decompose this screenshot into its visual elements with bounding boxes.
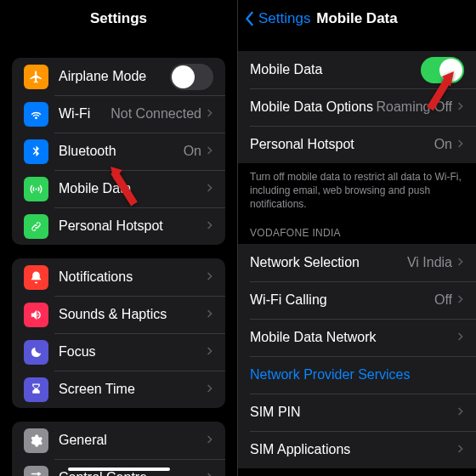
row-notifications[interactable]: Notifications <box>12 258 225 296</box>
row-value: On <box>434 137 452 152</box>
chevron-right-icon <box>207 218 213 234</box>
row-value: Vi India <box>407 255 452 270</box>
row-sim-pin[interactable]: SIM PIN <box>238 394 476 431</box>
row-bluetooth[interactable]: BluetoothOn <box>12 133 225 170</box>
row-mobile-data[interactable]: Mobile Data <box>12 170 225 207</box>
row-label: Mobile Data Options <box>250 99 376 115</box>
chevron-right-icon <box>457 99 464 115</box>
row-general[interactable]: General <box>12 422 225 459</box>
row-label: Screen Time <box>59 382 207 397</box>
link-icon <box>24 214 48 239</box>
nav-title: Settings <box>90 10 147 27</box>
row-sounds-haptics[interactable]: Sounds & Haptics <box>12 296 225 333</box>
row-label: Airplane Mode <box>59 69 170 84</box>
gear-icon <box>24 428 48 453</box>
row-label: SIM PIN <box>250 405 457 420</box>
moon-icon <box>24 340 48 365</box>
chevron-right-icon <box>207 470 213 476</box>
row-personal-hotspot[interactable]: Personal HotspotOn <box>238 126 476 163</box>
row-label: SIM Applications <box>250 442 457 457</box>
chevron-right-icon <box>207 382 213 397</box>
row-label: Wi-Fi <box>59 106 110 122</box>
row-wi-fi[interactable]: Wi-FiNot Connected <box>12 95 225 133</box>
row-value: Off <box>434 292 452 308</box>
settings-root-screen: Settings Airplane ModeWi-FiNot Connected… <box>0 0 238 476</box>
settings-group: NotificationsSounds & HapticsFocusScreen… <box>12 258 225 408</box>
speaker-icon <box>24 303 48 327</box>
row-label: Network Provider Services <box>250 367 464 382</box>
row-value: Roaming Off <box>376 99 452 115</box>
row-airplane-mode[interactable]: Airplane Mode <box>12 58 225 95</box>
nav-bar: Settings <box>0 0 237 37</box>
toggle-mobile-data[interactable] <box>421 57 464 83</box>
row-network-selection[interactable]: Network SelectionVi India <box>238 244 476 281</box>
row-label: Focus <box>59 344 207 360</box>
antenna-icon <box>24 177 48 201</box>
wifi-icon <box>24 102 48 127</box>
row-label: General <box>59 433 207 448</box>
row-mobile-data[interactable]: Mobile Data <box>238 51 476 88</box>
row-focus[interactable]: Focus <box>12 333 225 371</box>
chevron-right-icon <box>207 269 213 285</box>
section-header-carrier: VODAFONE INDIA <box>238 212 476 244</box>
row-label: Wi-Fi Calling <box>250 292 434 308</box>
back-label: Settings <box>258 10 310 27</box>
row-label: Mobile Data <box>59 181 207 196</box>
settings-group: Airplane ModeWi-FiNot ConnectedBluetooth… <box>12 58 225 245</box>
chevron-right-icon <box>457 330 464 345</box>
nav-title: Mobile Data <box>316 10 397 27</box>
chevron-right-icon <box>207 433 213 448</box>
chevron-right-icon <box>457 405 464 420</box>
chevron-right-icon <box>207 307 213 322</box>
airplane-icon <box>24 65 48 89</box>
row-label: Network Selection <box>250 255 407 270</box>
hourglass-icon <box>24 377 48 402</box>
row-screen-time[interactable]: Screen Time <box>12 371 225 408</box>
row-label: Mobile Data <box>250 62 421 77</box>
row-wi-fi-calling[interactable]: Wi-Fi CallingOff <box>238 281 476 319</box>
chevron-right-icon <box>457 255 464 270</box>
row-label: Notifications <box>59 269 207 285</box>
toggle-airplane-mode[interactable] <box>170 64 213 90</box>
footer-text: Turn off mobile data to restrict all dat… <box>238 163 476 212</box>
row-label: Mobile Data Network <box>250 330 457 345</box>
chevron-right-icon <box>207 144 213 159</box>
row-personal-hotspot[interactable]: Personal Hotspot <box>12 207 225 245</box>
bell-icon <box>24 265 48 290</box>
bluetooth-icon <box>24 139 48 164</box>
row-sim-applications[interactable]: SIM Applications <box>238 431 476 468</box>
chevron-right-icon <box>207 106 213 122</box>
row-value: Not Connected <box>110 106 201 122</box>
row-label: Control Centre <box>59 470 207 476</box>
row-label: Personal Hotspot <box>250 137 434 152</box>
row-mobile-data-options[interactable]: Mobile Data OptionsRoaming Off <box>238 88 476 126</box>
row-value: On <box>184 144 201 159</box>
row-mobile-data-network[interactable]: Mobile Data Network <box>238 319 476 356</box>
mobile-data-screen: Settings Mobile Data Mobile DataMobile D… <box>238 0 476 476</box>
row-label: Bluetooth <box>59 144 184 159</box>
back-button[interactable]: Settings <box>245 10 310 27</box>
chevron-right-icon <box>207 344 213 360</box>
chevron-right-icon <box>457 292 464 308</box>
nav-bar: Settings Mobile Data <box>238 0 476 37</box>
chevron-right-icon <box>457 442 464 457</box>
row-label: Personal Hotspot <box>59 218 207 234</box>
home-indicator[interactable] <box>68 468 170 471</box>
sliders-icon <box>24 466 48 477</box>
row-label: Sounds & Haptics <box>59 307 207 322</box>
chevron-right-icon <box>207 181 213 196</box>
row-network-provider-services[interactable]: Network Provider Services <box>238 356 476 394</box>
chevron-right-icon <box>457 137 464 152</box>
